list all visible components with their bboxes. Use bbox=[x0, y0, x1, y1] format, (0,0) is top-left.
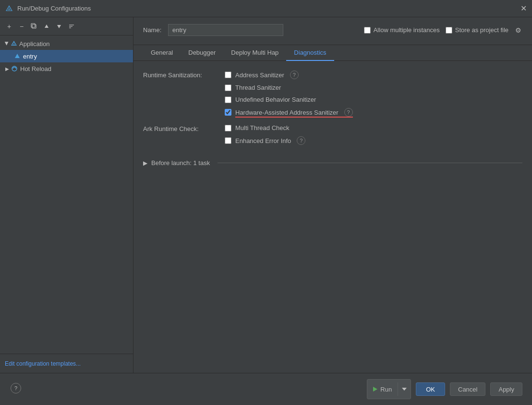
thread-sanitizer-label[interactable]: Thread Sanitizer bbox=[235, 84, 281, 91]
run-button-group: Run bbox=[367, 379, 411, 399]
content-panel: Name: Allow multiple instances Store as … bbox=[133, 17, 532, 373]
address-sanitizer-checkbox[interactable] bbox=[225, 71, 231, 78]
tab-deploy-multi-hap[interactable]: Deploy Multi Hap bbox=[223, 45, 286, 61]
enhanced-error-info-help-icon[interactable]: ? bbox=[297, 136, 305, 145]
hardware-assisted-sanitizer-help-icon[interactable]: ? bbox=[344, 108, 353, 117]
apply-button[interactable]: Apply bbox=[490, 382, 522, 396]
before-launch-arrow[interactable]: ▶ bbox=[143, 160, 147, 167]
entry-icon bbox=[13, 52, 21, 60]
tab-debugger[interactable]: Debugger bbox=[181, 45, 223, 61]
content-header: Name: Allow multiple instances Store as … bbox=[133, 17, 532, 45]
run-dropdown-button[interactable] bbox=[398, 382, 411, 396]
before-launch-section: ▶ Before launch: 1 task bbox=[143, 159, 522, 167]
name-input[interactable] bbox=[168, 24, 283, 36]
run-label: Run bbox=[380, 386, 392, 393]
svg-marker-5 bbox=[45, 24, 48, 28]
tree-group-application: ▶ Application bbox=[0, 37, 133, 62]
svg-rect-4 bbox=[31, 24, 35, 27]
edit-templates-link[interactable]: Edit configuration templates... bbox=[5, 360, 81, 367]
help-button[interactable]: ? bbox=[11, 383, 21, 393]
store-as-project-checkbox[interactable] bbox=[446, 27, 452, 34]
thread-sanitizer-row: Thread Sanitizer bbox=[225, 84, 353, 91]
dialog-window: Run/Debug Configurations ✕ + − bbox=[0, 0, 532, 405]
gear-button[interactable]: ⚙ bbox=[514, 25, 522, 35]
sidebar-item-hotreload[interactable]: ▶ Hot Reload bbox=[0, 62, 133, 75]
sidebar-item-entry[interactable]: entry bbox=[0, 50, 133, 62]
sidebar-toolbar: + − bbox=[0, 17, 133, 36]
title-bar: Run/Debug Configurations ✕ bbox=[0, 0, 532, 17]
application-icon bbox=[11, 40, 17, 47]
sidebar-footer: Edit configuration templates... bbox=[0, 354, 133, 373]
run-icon bbox=[373, 387, 377, 392]
run-button[interactable]: Run bbox=[367, 382, 398, 396]
move-up-button[interactable] bbox=[41, 21, 52, 32]
tree-expand-hotreload[interactable]: ▶ bbox=[4, 65, 11, 72]
enhanced-error-info-checkbox[interactable] bbox=[225, 137, 231, 144]
enhanced-error-info-row: Enhanced Error Info ? bbox=[225, 136, 305, 145]
sidebar-item-application[interactable]: ▶ Application bbox=[0, 37, 133, 50]
address-sanitizer-row: Address Sanitizer ? bbox=[225, 71, 353, 79]
tree-group-hotreload: ▶ Hot Reload bbox=[0, 62, 133, 75]
svg-marker-13 bbox=[15, 54, 20, 58]
before-launch-divider bbox=[218, 163, 522, 163]
svg-rect-3 bbox=[32, 24, 36, 28]
tab-general[interactable]: General bbox=[143, 45, 181, 61]
copy-config-button[interactable] bbox=[29, 21, 39, 32]
sidebar-tree: ▶ Application bbox=[0, 36, 133, 354]
title-bar-title: Run/Debug Configurations bbox=[17, 5, 520, 12]
close-button[interactable]: ✕ bbox=[520, 5, 527, 12]
multi-thread-check-row: Multi Thread Check bbox=[225, 124, 305, 131]
enhanced-error-info-label[interactable]: Enhanced Error Info bbox=[235, 137, 291, 144]
thread-sanitizer-checkbox[interactable] bbox=[225, 84, 231, 91]
name-label: Name: bbox=[143, 26, 162, 34]
diagnostics-content: Runtime Sanitization: Address Sanitizer … bbox=[133, 61, 532, 373]
multi-thread-check-checkbox[interactable] bbox=[225, 125, 231, 131]
sort-button[interactable] bbox=[66, 21, 77, 32]
move-down-button[interactable] bbox=[54, 21, 64, 32]
undefined-behavior-sanitizer-label[interactable]: Undefined Behavior Sanitizer bbox=[235, 96, 316, 103]
svg-marker-6 bbox=[57, 25, 61, 28]
runtime-sanitization-section: Runtime Sanitization: Address Sanitizer … bbox=[143, 71, 522, 117]
ok-button[interactable]: OK bbox=[416, 382, 445, 396]
add-config-button[interactable]: + bbox=[4, 21, 14, 32]
tree-expand-application[interactable]: ▶ bbox=[4, 40, 11, 47]
allow-multiple-instances-group[interactable]: Allow multiple instances bbox=[364, 26, 440, 34]
ark-checks-list: Multi Thread Check Enhanced Error Info ? bbox=[225, 124, 305, 145]
tab-diagnostics[interactable]: Diagnostics bbox=[286, 45, 334, 61]
store-as-project-group[interactable]: Store as project file bbox=[446, 26, 508, 34]
remove-config-button[interactable]: − bbox=[16, 21, 27, 32]
sidebar: + − bbox=[0, 17, 133, 373]
hotreload-icon bbox=[11, 65, 18, 72]
sidebar-item-hotreload-label: Hot Reload bbox=[20, 65, 51, 72]
app-logo-icon bbox=[5, 4, 13, 13]
undefined-behavior-sanitizer-checkbox[interactable] bbox=[225, 96, 231, 103]
runtime-sanitization-label: Runtime Sanitization: bbox=[143, 71, 225, 79]
ark-runtime-check-section: Ark Runtime Check: Multi Thread Check En… bbox=[143, 124, 522, 145]
cancel-button[interactable]: Cancel bbox=[450, 382, 485, 396]
address-sanitizer-help-icon[interactable]: ? bbox=[290, 71, 299, 79]
allow-multiple-checkbox[interactable] bbox=[364, 27, 371, 34]
before-launch-label: Before launch: 1 task bbox=[151, 159, 210, 167]
tabs-bar: General Debugger Deploy Multi Hap Diagno… bbox=[133, 45, 532, 61]
hardware-assisted-sanitizer-label[interactable]: Hardware-Assisted Address Sanitizer bbox=[235, 109, 339, 116]
svg-marker-16 bbox=[402, 388, 407, 391]
name-row: Name: Allow multiple instances Store as … bbox=[143, 24, 522, 36]
sanitizers-list: Address Sanitizer ? Thread Sanitizer Und… bbox=[225, 71, 353, 117]
hardware-assisted-sanitizer-row: Hardware-Assisted Address Sanitizer ? bbox=[225, 108, 353, 117]
hardware-assisted-sanitizer-checkbox[interactable] bbox=[225, 109, 231, 116]
main-layout: + − bbox=[0, 17, 532, 373]
sidebar-item-application-label: Application bbox=[19, 40, 50, 48]
bottom-bar: ? Run OK Cancel Apply bbox=[0, 373, 532, 405]
sidebar-item-entry-label: entry bbox=[23, 53, 37, 60]
multi-thread-check-label[interactable]: Multi Thread Check bbox=[235, 124, 289, 131]
undefined-behavior-sanitizer-row: Undefined Behavior Sanitizer bbox=[225, 96, 353, 103]
store-as-project-label[interactable]: Store as project file bbox=[455, 26, 508, 34]
allow-multiple-label[interactable]: Allow multiple instances bbox=[374, 26, 440, 34]
address-sanitizer-label[interactable]: Address Sanitizer bbox=[235, 71, 284, 79]
ark-runtime-check-label: Ark Runtime Check: bbox=[143, 124, 225, 132]
